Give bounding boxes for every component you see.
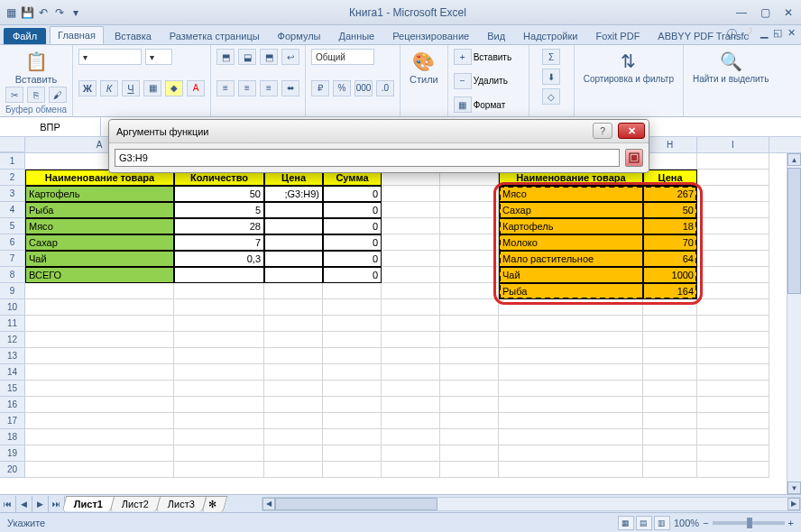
tab-home[interactable]: Главная xyxy=(50,26,104,44)
view-normal-icon[interactable]: ▦ xyxy=(618,516,634,530)
styles-button[interactable]: 🎨 Стили xyxy=(406,49,442,87)
col-i[interactable]: I xyxy=(697,137,769,152)
help-icon[interactable]: ❔ xyxy=(742,27,755,41)
cell[interactable] xyxy=(440,218,499,234)
comma-icon[interactable]: 000 xyxy=(354,80,373,96)
cell[interactable] xyxy=(440,429,499,445)
cell[interactable] xyxy=(440,283,499,299)
cell[interactable] xyxy=(697,462,769,478)
cell[interactable]: 50 xyxy=(643,202,697,218)
cell[interactable] xyxy=(382,316,440,332)
cell[interactable] xyxy=(440,202,499,218)
cell[interactable] xyxy=(382,283,440,299)
cell[interactable]: 5 xyxy=(174,202,264,218)
cell[interactable] xyxy=(697,267,769,283)
cell[interactable] xyxy=(643,413,697,429)
tab-view[interactable]: Вид xyxy=(480,28,512,44)
cell[interactable]: Сахар xyxy=(499,202,643,218)
cell[interactable] xyxy=(264,202,323,218)
row-header[interactable]: 16 xyxy=(0,397,25,413)
view-page-layout-icon[interactable]: ▤ xyxy=(636,516,652,530)
cell[interactable] xyxy=(440,397,499,413)
cell[interactable] xyxy=(264,462,323,478)
cell[interactable]: Чай xyxy=(25,251,174,267)
dialog-help-button[interactable]: ? xyxy=(593,123,612,139)
cell[interactable] xyxy=(382,186,440,202)
format-cell-icon[interactable]: ▦ xyxy=(454,96,472,113)
cut-icon[interactable]: ✂ xyxy=(5,87,23,103)
cell[interactable] xyxy=(499,348,643,364)
cell[interactable] xyxy=(174,397,264,413)
cell[interactable] xyxy=(382,413,440,429)
cell[interactable] xyxy=(643,299,697,316)
cell[interactable]: ;G3:H9) xyxy=(264,186,323,202)
cell[interactable] xyxy=(382,218,440,234)
cell[interactable]: 18 xyxy=(643,218,697,234)
cell[interactable] xyxy=(697,413,769,429)
cell[interactable] xyxy=(25,462,174,478)
maximize-button[interactable]: ▢ xyxy=(756,6,774,19)
cell[interactable]: Мясо xyxy=(499,186,643,202)
cell[interactable] xyxy=(382,429,440,445)
cell[interactable] xyxy=(382,299,440,316)
cell[interactable] xyxy=(382,202,440,218)
expand-dialog-button[interactable] xyxy=(625,149,643,167)
cell[interactable]: 164 xyxy=(643,283,697,299)
cell[interactable]: Чай xyxy=(499,267,643,283)
row-header[interactable]: 9 xyxy=(0,283,25,299)
window-restore-icon[interactable]: ◱ xyxy=(773,27,782,41)
scroll-right-icon[interactable]: ▶ xyxy=(787,498,800,510)
cell[interactable] xyxy=(440,316,499,332)
row-header[interactable]: 7 xyxy=(0,251,25,267)
decrease-decimal-icon[interactable]: .0 xyxy=(376,80,394,96)
cell[interactable] xyxy=(264,429,323,445)
cell[interactable] xyxy=(264,234,323,251)
cell[interactable] xyxy=(697,381,769,397)
cell[interactable] xyxy=(697,364,769,381)
cell[interactable]: 0 xyxy=(323,186,382,202)
view-page-break-icon[interactable]: ▥ xyxy=(654,516,670,530)
cell[interactable] xyxy=(440,299,499,316)
cell[interactable]: Картофель xyxy=(499,218,643,234)
cell[interactable] xyxy=(323,445,382,462)
scroll-up-icon[interactable]: ▲ xyxy=(787,153,801,166)
cell[interactable]: 28 xyxy=(174,218,264,234)
cell[interactable]: Рыба xyxy=(499,283,643,299)
name-box[interactable]: ВПР xyxy=(0,117,101,136)
cell[interactable] xyxy=(697,234,769,251)
cell[interactable] xyxy=(697,186,769,202)
cell[interactable] xyxy=(174,429,264,445)
fill-icon[interactable]: ⬇ xyxy=(542,69,560,85)
cell[interactable] xyxy=(264,267,323,283)
cell[interactable] xyxy=(25,397,174,413)
row-header[interactable]: 14 xyxy=(0,364,25,381)
cell[interactable] xyxy=(174,445,264,462)
row-header[interactable]: 12 xyxy=(0,332,25,348)
cell[interactable] xyxy=(323,381,382,397)
cell[interactable] xyxy=(174,462,264,478)
cell[interactable] xyxy=(264,445,323,462)
cell[interactable]: 0,3 xyxy=(174,251,264,267)
cell[interactable] xyxy=(499,413,643,429)
horizontal-scrollbar[interactable]: ◀ ▶ xyxy=(262,497,801,511)
undo-icon[interactable]: ↶ xyxy=(36,5,51,20)
cell[interactable] xyxy=(499,397,643,413)
cell[interactable]: 0 xyxy=(323,202,382,218)
cell[interactable] xyxy=(499,381,643,397)
find-select-button[interactable]: 🔍 Найти и выделить xyxy=(689,49,772,86)
cell[interactable] xyxy=(25,413,174,429)
cell[interactable] xyxy=(323,299,382,316)
row-header[interactable]: 2 xyxy=(0,170,25,186)
zoom-slider[interactable] xyxy=(713,521,785,525)
cell[interactable] xyxy=(174,348,264,364)
cell[interactable] xyxy=(264,218,323,234)
qat-more-icon[interactable]: ▾ xyxy=(69,5,83,20)
cell[interactable] xyxy=(174,299,264,316)
cell[interactable] xyxy=(382,251,440,267)
cell[interactable] xyxy=(174,316,264,332)
cell[interactable] xyxy=(264,364,323,381)
cell[interactable] xyxy=(440,445,499,462)
cell[interactable] xyxy=(697,429,769,445)
align-left-icon[interactable]: ≡ xyxy=(216,80,235,96)
align-middle-icon[interactable]: ⬓ xyxy=(238,49,256,65)
